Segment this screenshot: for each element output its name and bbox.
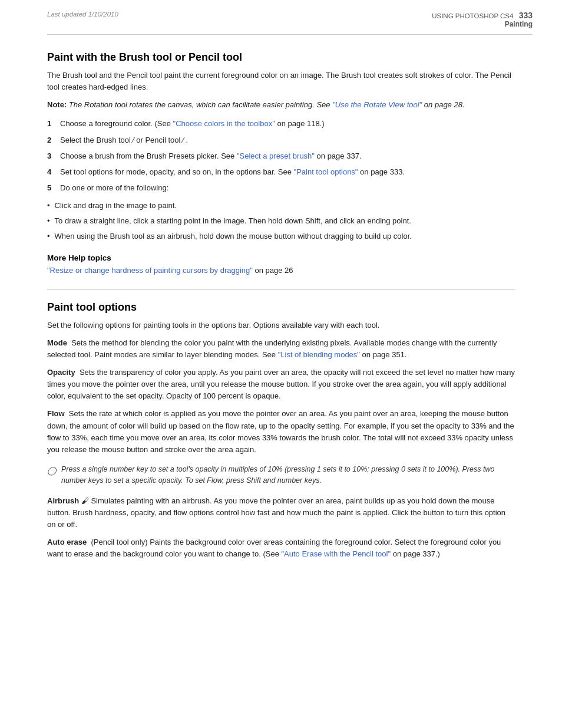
term-flow: Flow Sets the rate at which color is app… (47, 408, 515, 456)
more-help-title: More Help topics (47, 253, 515, 262)
tip-block: ◯ Press a single number key to set a too… (47, 464, 515, 487)
section2-intro: Set the following options for painting t… (47, 319, 515, 331)
term-auto-erase: Auto erase (Pencil tool only) Paints the… (47, 536, 515, 560)
section1-intro: The Brush tool and the Pencil tool paint… (47, 70, 515, 93)
rotate-view-link[interactable]: "Use the Rotate View tool" (332, 100, 422, 109)
page-content: Paint with the Brush tool or Pencil tool… (0, 35, 562, 589)
auto-erase-link[interactable]: "Auto Erase with the Pencil tool" (281, 549, 391, 558)
more-help-section: More Help topics "Resize or change hardn… (47, 253, 515, 275)
section-label: Painting (432, 20, 533, 28)
tip-icon: ◯ (47, 465, 57, 477)
section2-title: Paint tool options (47, 301, 515, 314)
list-blending-modes-link[interactable]: "List of blending modes" (278, 350, 360, 359)
step-2: 2 Select the Brush tool ⁄ or Pencil tool… (47, 134, 515, 146)
page-number: 333 (519, 11, 533, 20)
step-1: 1 Choose a foreground color. (See "Choos… (47, 118, 515, 130)
opacity-term: Opacity (47, 368, 75, 377)
bullets-list: Click and drag in the image to paint. To… (47, 200, 515, 242)
pencil-tool-icon: ⁄ (183, 135, 184, 146)
select-preset-brush-link[interactable]: "Select a preset brush" (237, 151, 315, 160)
section1-title: Paint with the Brush tool or Pencil tool (47, 51, 515, 64)
page: Last updated 1/10/2010 USING PHOTOSHOP C… (0, 0, 562, 728)
choose-colors-link[interactable]: "Choose colors in the toolbox" (173, 119, 275, 128)
product-label: USING PHOTOSHOP CS4 333 (432, 11, 533, 20)
section-divider (47, 289, 515, 289)
paint-tool-options-link[interactable]: "Paint tool options" (294, 167, 358, 176)
header-right: USING PHOTOSHOP CS4 333 Painting (432, 11, 533, 28)
bullet-1: Click and drag in the image to paint. (47, 200, 515, 212)
section1-note: Note: The Rotation tool rotates the canv… (47, 99, 515, 111)
bullet-2: To draw a straight line, click a startin… (47, 215, 515, 227)
page-header: Last updated 1/10/2010 USING PHOTOSHOP C… (0, 0, 562, 34)
steps-list: 1 Choose a foreground color. (See "Choos… (47, 118, 515, 194)
mode-term: Mode (47, 338, 67, 347)
resize-cursors-link[interactable]: "Resize or change hardness of painting c… (47, 266, 253, 275)
airbrush-term: Airbrush (47, 496, 79, 505)
step-3: 3 Choose a brush from the Brush Presets … (47, 150, 515, 162)
flow-term: Flow (47, 409, 65, 418)
more-help-suffix: on page 26 (253, 266, 293, 275)
brush-tool-icon: ⁄ (133, 135, 134, 146)
term-airbrush: Airbrush 🖌 Simulates painting with an ai… (47, 495, 515, 531)
airbrush-icon: 🖌 (81, 495, 89, 507)
term-mode: Mode Sets the method for blending the co… (47, 337, 515, 361)
step-5: 5 Do one or more of the following: (47, 182, 515, 194)
last-updated: Last updated 1/10/2010 (47, 11, 118, 18)
note-label: Note: (47, 100, 67, 109)
step-4: 4 Set tool options for mode, opacity, an… (47, 166, 515, 178)
tip-text: Press a single number key to set a tool'… (61, 464, 515, 487)
auto-erase-term: Auto erase (47, 538, 87, 546)
term-opacity: Opacity Sets the transparency of color y… (47, 367, 515, 402)
bullet-3: When using the Brush tool as an airbrush… (47, 230, 515, 242)
